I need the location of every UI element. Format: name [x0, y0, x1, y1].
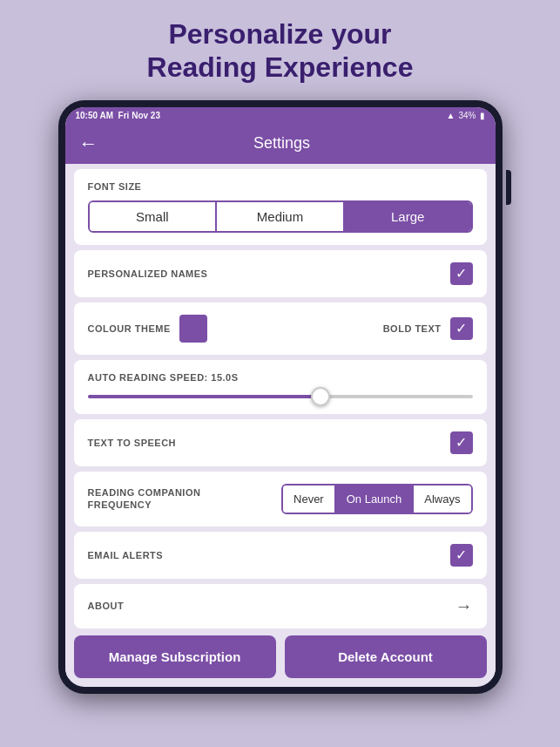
page-wrapper: Personalize your Reading Experience 10:5…: [0, 0, 560, 747]
delete-account-button[interactable]: Delete Account: [285, 635, 487, 678]
wifi-icon: ▲: [447, 111, 455, 120]
bold-text-part: BOLD TEXT ✓: [383, 317, 473, 340]
freq-always-button[interactable]: Always: [414, 486, 470, 513]
screen: 10:50 AM Fri Nov 23 ▲ 34% ▮ ← Settings F…: [65, 107, 496, 687]
device-frame: 10:50 AM Fri Nov 23 ▲ 34% ▮ ← Settings F…: [58, 100, 503, 694]
reading-companion-row: READING COMPANION FREQUENCY Never On Lau…: [74, 472, 487, 526]
text-to-speech-label: TEXT TO SPEECH: [88, 438, 177, 448]
auto-reading-speed-label: AUTO READING SPEED: 15.0s: [88, 372, 239, 383]
font-medium-button[interactable]: Medium: [217, 202, 345, 231]
about-arrow-icon: →: [455, 596, 473, 616]
app-header: ← Settings: [65, 124, 496, 164]
bold-text-checkbox[interactable]: ✓: [450, 317, 473, 340]
about-label: ABOUT: [88, 601, 125, 611]
font-large-button[interactable]: Large: [345, 202, 471, 231]
personalized-names-row: PERSONALIZED NAMES ✓: [74, 250, 487, 297]
personalized-names-checkbox[interactable]: ✓: [450, 262, 473, 285]
bottom-buttons: Manage Subscription Delete Account: [74, 635, 487, 678]
font-size-label: FONT SIZE: [88, 181, 142, 192]
personalized-names-label: PERSONALIZED NAMES: [88, 268, 208, 279]
text-to-speech-checkbox[interactable]: ✓: [450, 431, 473, 454]
reading-companion-label: READING COMPANION: [88, 487, 201, 498]
colour-swatch[interactable]: [179, 315, 207, 343]
font-size-buttons: Small Medium Large: [88, 200, 473, 233]
colour-bold-row: COLOUR THEME BOLD TEXT ✓: [74, 302, 487, 355]
font-size-row: FONT SIZE Small Medium Large: [74, 169, 487, 245]
frequency-label-block: READING COMPANION FREQUENCY: [88, 487, 201, 510]
speed-slider-fill: [88, 395, 319, 398]
speed-slider-container: [88, 391, 473, 402]
email-alerts-label: EMAIL ALERTS: [88, 550, 164, 560]
status-icons: ▲ 34% ▮: [447, 111, 485, 120]
font-small-button[interactable]: Small: [90, 202, 218, 231]
bold-text-label: BOLD TEXT: [383, 323, 442, 334]
colour-bold-inner: COLOUR THEME BOLD TEXT ✓: [88, 315, 473, 343]
email-alerts-checkbox[interactable]: ✓: [450, 544, 473, 567]
battery-text: 34%: [458, 111, 476, 120]
back-button[interactable]: ←: [79, 132, 98, 155]
email-alerts-row: EMAIL ALERTS ✓: [74, 532, 487, 579]
speed-slider-thumb[interactable]: [311, 387, 330, 406]
settings-content: FONT SIZE Small Medium Large PERSONALIZE…: [65, 169, 496, 678]
reading-companion-label2: FREQUENCY: [88, 499, 201, 510]
colour-theme-label: COLOUR THEME: [88, 323, 171, 334]
status-time-date: 10:50 AM Fri Nov 23: [76, 111, 160, 120]
status-bar: 10:50 AM Fri Nov 23 ▲ 34% ▮: [65, 107, 496, 124]
about-row[interactable]: ABOUT →: [74, 584, 487, 628]
speed-slider-track: [88, 395, 473, 398]
freq-never-button[interactable]: Never: [283, 486, 336, 513]
frequency-buttons: Never On Launch Always: [281, 484, 472, 514]
battery-icon: ▮: [480, 111, 485, 120]
manage-subscription-button[interactable]: Manage Subscription: [74, 635, 276, 678]
colour-theme-part: COLOUR THEME: [88, 315, 383, 343]
header-title: Settings: [109, 134, 455, 153]
text-to-speech-row: TEXT TO SPEECH ✓: [74, 419, 487, 466]
page-title: Personalize your Reading Experience: [147, 17, 414, 85]
freq-onlaunch-button[interactable]: On Launch: [336, 486, 415, 513]
auto-reading-speed-row: AUTO READING SPEED: 15.0s: [74, 360, 487, 414]
